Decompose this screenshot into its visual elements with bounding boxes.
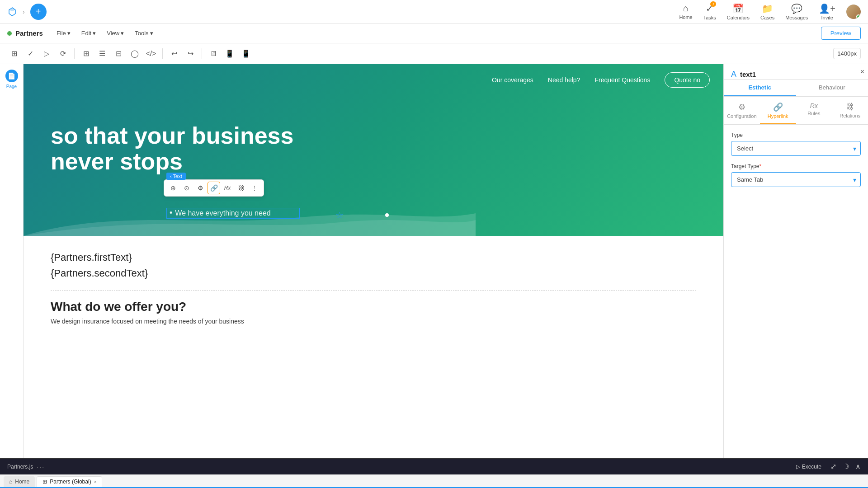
toolbar-grid-icon[interactable]: ⊞ (7, 47, 21, 61)
type-label: Type (731, 132, 861, 138)
subtab-relations[interactable]: ⛓ Relations (832, 100, 868, 124)
nav-cases[interactable]: 📁 Cases (760, 3, 774, 20)
nav-faq[interactable]: Frequent Questions (594, 76, 650, 84)
target-type-select-wrapper: Same Tab New Tab Parent Frame ▾ (731, 172, 861, 187)
home-tab-icon: ⌂ (9, 479, 12, 485)
page-title: Partners (15, 29, 43, 37)
expand-icon[interactable]: ⤢ (830, 462, 836, 471)
template-vars: {Partners.firstText}{Partners.secondText… (51, 249, 696, 281)
rules-icon: Rx (810, 102, 818, 109)
toolbar-mobile-icon[interactable]: 📱 (239, 47, 253, 61)
hero-small-text-container: • We have everything you need (167, 208, 299, 218)
bottom-dots[interactable]: ··· (37, 463, 45, 470)
target-icon[interactable]: ⊙ (180, 182, 193, 194)
execute-label: Execute (802, 464, 821, 470)
tab-close-icon[interactable]: × (94, 479, 97, 484)
bottom-bar: Partners.js ··· ▷ Execute ⤢ ☽ ∧ (0, 458, 868, 474)
collapse-icon[interactable]: ∧ (855, 462, 861, 471)
page-label: Page (6, 84, 17, 89)
separator-1 (74, 48, 75, 59)
preview-button[interactable]: Preview (821, 27, 861, 40)
toolbar-tree-icon[interactable]: ⊟ (112, 47, 125, 61)
subtab-rules[interactable]: Rx Rules (796, 100, 832, 124)
execute-button[interactable]: ▷ Execute (796, 464, 821, 470)
nav-calendars[interactable]: 📅 Calendars (727, 3, 750, 20)
tab-behaviour[interactable]: Behaviour (796, 80, 868, 96)
toolbar-circle-icon[interactable]: ◯ (128, 47, 142, 61)
link-icon[interactable]: 🔗 (208, 182, 220, 194)
menu-tools[interactable]: Tools ▾ (130, 28, 157, 38)
panel-header: A text1 × (724, 64, 868, 80)
toolbar-stack-icon[interactable]: ☰ (95, 47, 109, 61)
nav-arrow[interactable]: › (23, 8, 25, 15)
toolbar-layers-icon[interactable]: ⊞ (79, 47, 93, 61)
subtab-hyperlink[interactable]: 🔗 Hyperlink (760, 100, 796, 124)
left-sidebar: 📄 Page (0, 64, 24, 458)
nav-help[interactable]: Need help? (548, 76, 580, 84)
sidebar-page[interactable]: 📄 Page (5, 70, 18, 89)
hero-section: Our coverages Need help? Frequent Questi… (24, 64, 723, 236)
rx-icon[interactable]: Rx (221, 182, 234, 194)
status-dot (7, 31, 12, 36)
text-selection-box: • We have everything you need (166, 208, 300, 219)
menu-file[interactable]: File ▾ (52, 28, 75, 38)
toolbar-undo-icon[interactable]: ↩ (167, 47, 181, 61)
tab-home[interactable]: ⌂ Home (4, 476, 35, 487)
more-icon[interactable]: ⋮ (248, 182, 261, 194)
panel-title: text1 (740, 70, 756, 78)
nav-coverages[interactable]: Our coverages (492, 76, 533, 84)
add-button[interactable]: + (30, 4, 47, 20)
toolbar-check-icon[interactable]: ✓ (24, 47, 37, 61)
partners-bar: Partners File ▾ Edit ▾ View ▾ Tools ▾ Pr… (0, 23, 868, 43)
nav-messages[interactable]: 💬 Messages (785, 3, 808, 20)
subtab-configuration[interactable]: ⚙ Configuration (724, 100, 760, 124)
moon-icon[interactable]: ☽ (843, 462, 849, 471)
toolbar-desktop-icon[interactable]: 🖥 (207, 47, 220, 61)
target-type-label: Target Type* (731, 163, 861, 169)
nav-tasks[interactable]: ✓ 7 Tasks (703, 3, 716, 20)
user-avatar[interactable] (846, 5, 861, 19)
partners-tab-icon: ⊞ (42, 479, 47, 485)
canvas-content: Our coverages Need help? Frequent Questi… (24, 64, 723, 458)
chain-icon[interactable]: ⛓ (235, 182, 247, 194)
toolbar-code-icon[interactable]: </> (144, 47, 158, 61)
toolbar-redo-icon[interactable]: ↪ (184, 47, 197, 61)
nav-icons: ⌂ Home ✓ 7 Tasks 📅 Calendars 📁 Cases 💬 M… (679, 3, 861, 20)
nav-invite[interactable]: 👤+ Invite (819, 3, 835, 20)
toolbar-tablet-icon[interactable]: 📱 (223, 47, 236, 61)
panel-subtabs: ⚙ Configuration 🔗 Hyperlink Rx Rules ⛓ R… (724, 97, 868, 125)
viewport-size[interactable]: 1400px (833, 48, 861, 59)
offer-desc: We design insurance focused on meeting t… (51, 318, 696, 325)
type-select[interactable]: Select URL Page Email Phone (731, 141, 861, 156)
hero-nav: Our coverages Need help? Frequent Questi… (24, 64, 723, 96)
panel-close-button[interactable]: × (860, 68, 864, 76)
top-nav: › + ⌂ Home ✓ 7 Tasks 📅 Calendars 📁 Cases… (0, 0, 868, 23)
settings-icon[interactable]: ⚙ (194, 182, 207, 194)
text-element-label: ‹ Text (166, 173, 186, 180)
tab-esthetic[interactable]: Esthetic (724, 80, 796, 96)
relations-icon: ⛓ (846, 102, 854, 112)
partners-tab-label: Partners (Global) (50, 479, 91, 485)
hero-main-content: so that your businessnever stops (24, 96, 723, 174)
tab-bar: ⌂ Home ⊞ Partners (Global) × (0, 474, 868, 488)
app-logo (7, 7, 17, 17)
dot-marker (385, 213, 389, 217)
nav-home[interactable]: ⌂ Home (679, 3, 692, 20)
menu-edit[interactable]: Edit ▾ (77, 28, 100, 38)
offer-title: What do we offer you? (51, 300, 696, 314)
canvas-area: 📄 Page Our coverages Need help? Frequent… (0, 64, 723, 458)
move-icon[interactable]: ⊕ (167, 182, 179, 194)
toolbar-play-icon[interactable]: ▷ (40, 47, 53, 61)
hero-small-text: • We have everything you need (170, 208, 299, 218)
main-area: 📄 Page Our coverages Need help? Frequent… (0, 64, 868, 458)
type-select-wrapper: Select URL Page Email Phone ▾ (731, 141, 861, 156)
toolbar-refresh-icon[interactable]: ⟳ (56, 47, 70, 61)
panel-title-icon: A (731, 70, 736, 79)
bottom-icons: ⤢ ☽ ∧ (830, 462, 861, 471)
tab-partners[interactable]: ⊞ Partners (Global) × (37, 476, 102, 487)
element-toolbar: ⊕ ⊙ ⚙ 🔗 Rx ⛓ ⋮ (164, 179, 264, 197)
target-type-select[interactable]: Same Tab New Tab Parent Frame (731, 172, 861, 187)
hero-quote-button[interactable]: Quote no (665, 72, 710, 88)
star-icon: ☆ (335, 210, 344, 221)
menu-view[interactable]: View ▾ (102, 28, 128, 38)
